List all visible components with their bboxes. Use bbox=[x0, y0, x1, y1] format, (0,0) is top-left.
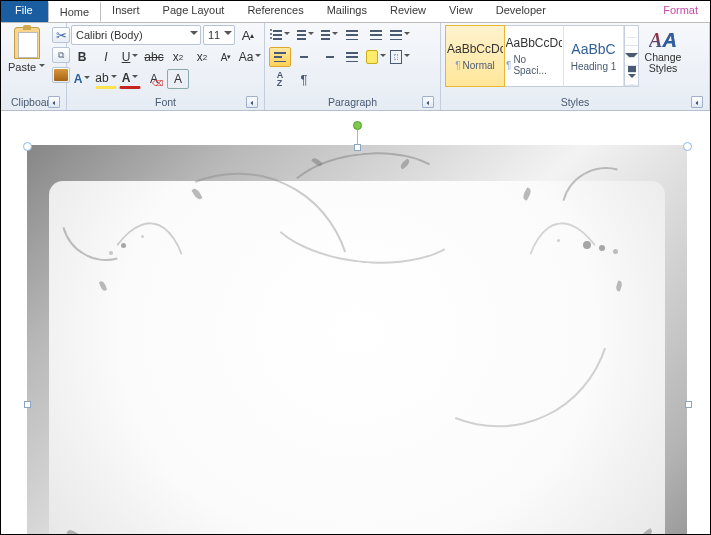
resize-handle-ne[interactable] bbox=[683, 142, 692, 151]
styles-launcher[interactable] bbox=[691, 96, 703, 108]
highlight-button[interactable]: ab bbox=[95, 69, 117, 89]
resize-handle-n[interactable] bbox=[354, 144, 361, 151]
style-heading1[interactable]: AaBbC Heading 1 bbox=[564, 26, 624, 86]
paste-button[interactable]: Paste bbox=[5, 25, 48, 75]
pilcrow-icon: ¶ bbox=[301, 72, 308, 87]
clipboard-icon bbox=[14, 27, 40, 59]
increase-indent-button[interactable] bbox=[365, 25, 387, 45]
font-name-combo[interactable]: Calibri (Body) bbox=[71, 25, 201, 45]
tab-page-layout[interactable]: Page Layout bbox=[152, 1, 237, 22]
style-label: No Spaci... bbox=[513, 54, 561, 76]
font-size-value: 11 bbox=[208, 29, 220, 41]
subscript-button[interactable]: x2 bbox=[167, 47, 189, 67]
text-effects-button[interactable]: A bbox=[71, 69, 93, 89]
chevron-down-icon bbox=[190, 31, 198, 39]
tab-view[interactable]: View bbox=[438, 1, 485, 22]
character-border-button[interactable]: A bbox=[167, 69, 189, 89]
sort-button[interactable]: AZ bbox=[269, 69, 291, 89]
document-area[interactable] bbox=[1, 111, 710, 535]
change-styles-icon: AA bbox=[649, 29, 677, 52]
styles-gallery-scroll[interactable] bbox=[624, 26, 638, 86]
paste-label: Paste bbox=[8, 61, 36, 73]
style-preview: AaBbCcDc bbox=[447, 42, 503, 56]
numbering-button[interactable] bbox=[293, 25, 315, 45]
change-styles-button[interactable]: AA Change Styles bbox=[643, 25, 683, 74]
group-paragraph: AZ ¶ Paragraph bbox=[265, 23, 441, 110]
show-marks-button[interactable]: ¶ bbox=[293, 69, 315, 89]
styles-group-label: Styles bbox=[561, 96, 590, 108]
scissors-icon: ✂ bbox=[56, 28, 67, 43]
grow-font-button[interactable]: A▴ bbox=[237, 25, 259, 45]
change-styles-label: Change Styles bbox=[645, 52, 682, 74]
bullets-button[interactable] bbox=[269, 25, 291, 45]
style-preview: AaBbC bbox=[566, 41, 622, 57]
paragraph-group-label: Paragraph bbox=[328, 96, 377, 108]
group-styles: AaBbCcDc ¶Normal AaBbCcDc ¶No Spaci... A… bbox=[441, 23, 710, 110]
style-label: Heading 1 bbox=[571, 61, 617, 72]
resize-handle-nw[interactable] bbox=[23, 142, 32, 151]
rotate-connector bbox=[357, 130, 358, 144]
border-icon bbox=[390, 50, 402, 64]
multilevel-button[interactable] bbox=[317, 25, 339, 45]
ribbon: Paste ✂ ⧉ Clipboard Calibri (Body) 11 A▴… bbox=[1, 23, 710, 111]
justify-button[interactable] bbox=[341, 47, 363, 67]
paste-dropdown-icon bbox=[39, 64, 45, 70]
line-spacing-button[interactable] bbox=[389, 25, 411, 45]
paragraph-launcher[interactable] bbox=[422, 96, 434, 108]
align-left-button[interactable] bbox=[269, 47, 291, 67]
clipboard-launcher[interactable] bbox=[48, 96, 60, 108]
style-normal[interactable]: AaBbCcDc ¶Normal bbox=[445, 25, 505, 87]
shading-button[interactable] bbox=[365, 47, 387, 67]
font-color-button[interactable]: A bbox=[119, 69, 141, 89]
align-center-button[interactable] bbox=[293, 47, 315, 67]
shrink-font-button[interactable]: A▾ bbox=[215, 47, 237, 67]
bold-button[interactable]: B bbox=[71, 47, 93, 67]
style-preview: AaBbCcDc bbox=[506, 36, 562, 50]
resize-handle-w[interactable] bbox=[24, 401, 31, 408]
style-label: Normal bbox=[463, 60, 495, 71]
tab-references[interactable]: References bbox=[236, 1, 315, 22]
tab-mailings[interactable]: Mailings bbox=[316, 1, 379, 22]
font-name-value: Calibri (Body) bbox=[76, 29, 143, 41]
italic-button[interactable]: I bbox=[95, 47, 117, 67]
chevron-up-icon bbox=[625, 33, 638, 38]
resize-handle-e[interactable] bbox=[685, 401, 692, 408]
group-clipboard: Paste ✂ ⧉ Clipboard bbox=[1, 23, 67, 110]
tab-insert[interactable]: Insert bbox=[101, 1, 152, 22]
clear-formatting-button[interactable]: A⌫ bbox=[143, 69, 165, 89]
ribbon-tabs: File Home Insert Page Layout References … bbox=[1, 1, 710, 23]
font-group-label: Font bbox=[155, 96, 176, 108]
change-case-button[interactable]: Aa bbox=[239, 47, 261, 67]
chevron-down-icon bbox=[224, 31, 232, 39]
align-right-button[interactable] bbox=[317, 47, 339, 67]
decrease-indent-button[interactable] bbox=[341, 25, 363, 45]
tab-review[interactable]: Review bbox=[379, 1, 438, 22]
tab-file[interactable]: File bbox=[1, 1, 48, 22]
rotate-handle[interactable] bbox=[353, 121, 362, 130]
chevron-down-icon bbox=[625, 53, 638, 58]
underline-button[interactable]: U bbox=[119, 47, 141, 67]
font-launcher[interactable] bbox=[246, 96, 258, 108]
strikethrough-button[interactable]: abc bbox=[143, 47, 165, 67]
tab-format[interactable]: Format bbox=[652, 1, 710, 22]
styles-gallery: AaBbCcDc ¶Normal AaBbCcDc ¶No Spaci... A… bbox=[445, 25, 639, 87]
font-size-combo[interactable]: 11 bbox=[203, 25, 235, 45]
tab-developer[interactable]: Developer bbox=[485, 1, 558, 22]
tab-home[interactable]: Home bbox=[48, 1, 101, 22]
superscript-button[interactable]: x2 bbox=[191, 47, 213, 67]
paint-bucket-icon bbox=[366, 50, 378, 64]
group-font: Calibri (Body) 11 A▴ B I U abc x2 x2 A▾ … bbox=[67, 23, 265, 110]
style-no-spacing[interactable]: AaBbCcDc ¶No Spaci... bbox=[504, 26, 564, 86]
borders-button[interactable] bbox=[389, 47, 411, 67]
